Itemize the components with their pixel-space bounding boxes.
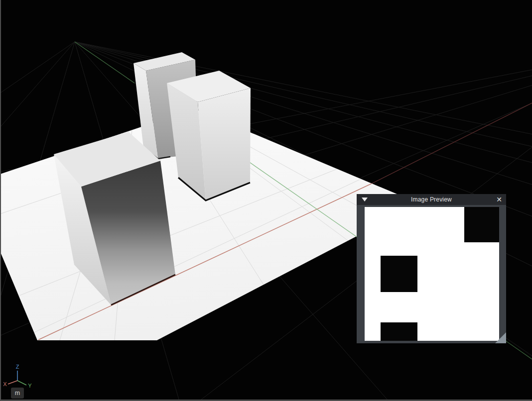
gizmo-y-label: Y: [28, 383, 32, 388]
gizmo-x-axis: [8, 381, 17, 384]
window-edge-left: [0, 0, 1, 401]
axis-gizmo[interactable]: Z X Y: [1, 362, 37, 388]
preview-image: [365, 207, 499, 341]
gizmo-y-axis: [17, 381, 26, 385]
preview-square-3: [381, 322, 417, 341]
resize-handle-triangle: [495, 332, 506, 343]
unit-button[interactable]: m: [11, 388, 24, 399]
chevron-down-icon: [362, 198, 368, 201]
preview-square-2: [381, 256, 417, 292]
resize-handle[interactable]: [495, 332, 506, 343]
gizmo-z-label: Z: [16, 364, 19, 370]
image-preview-header[interactable]: Image Preview ✕: [357, 194, 506, 205]
close-icon[interactable]: ✕: [496, 194, 502, 205]
gizmo-x-label: X: [3, 381, 7, 387]
preview-square-1: [464, 207, 499, 242]
image-preview-body: [357, 205, 506, 343]
app-window: Image Preview ✕ Z X Y m: [0, 0, 532, 401]
image-preview-title: Image Preview: [411, 196, 452, 203]
collapse-button[interactable]: [361, 196, 368, 203]
image-preview-panel: Image Preview ✕: [357, 194, 506, 343]
